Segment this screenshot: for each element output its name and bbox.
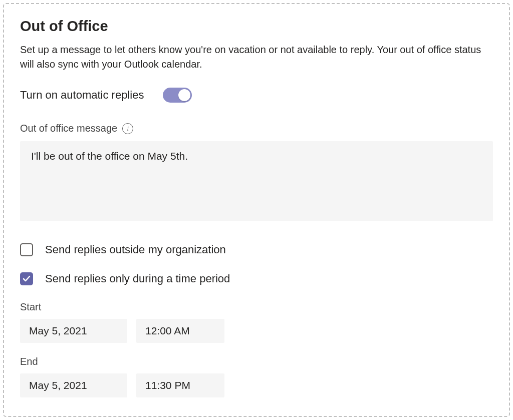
out-of-office-panel: Out of Office Set up a message to let ot…	[3, 3, 510, 417]
start-label: Start	[20, 301, 493, 313]
end-label: End	[20, 356, 493, 367]
time-period-row: Send replies only during a time period	[20, 272, 493, 285]
start-time-field[interactable]: 12:00 AM	[136, 319, 224, 343]
start-group: Start May 5, 2021 12:00 AM	[20, 301, 493, 343]
automatic-replies-toggle[interactable]	[163, 88, 192, 103]
page-title: Out of Office	[20, 18, 493, 35]
outside-org-row: Send replies outside my organization	[20, 243, 493, 256]
description-text: Set up a message to let others know you'…	[20, 43, 493, 72]
outside-org-label: Send replies outside my organization	[45, 243, 226, 256]
start-date-field[interactable]: May 5, 2021	[20, 319, 127, 343]
info-icon[interactable]: i	[122, 123, 133, 134]
end-row: May 5, 2021 11:30 PM	[20, 373, 493, 397]
out-of-office-message-input[interactable]	[20, 141, 493, 221]
outside-org-checkbox[interactable]	[20, 243, 33, 256]
start-row: May 5, 2021 12:00 AM	[20, 319, 493, 343]
message-label-row: Out of office message i	[20, 123, 493, 134]
checkmark-icon	[23, 275, 31, 283]
time-period-label: Send replies only during a time period	[45, 272, 230, 285]
message-label: Out of office message	[20, 123, 117, 134]
automatic-replies-row: Turn on automatic replies	[20, 88, 493, 103]
automatic-replies-label: Turn on automatic replies	[20, 89, 144, 102]
end-group: End May 5, 2021 11:30 PM	[20, 356, 493, 397]
toggle-knob	[178, 89, 190, 101]
end-time-field[interactable]: 11:30 PM	[136, 373, 224, 397]
end-date-field[interactable]: May 5, 2021	[20, 373, 127, 397]
time-period-checkbox[interactable]	[20, 272, 33, 285]
